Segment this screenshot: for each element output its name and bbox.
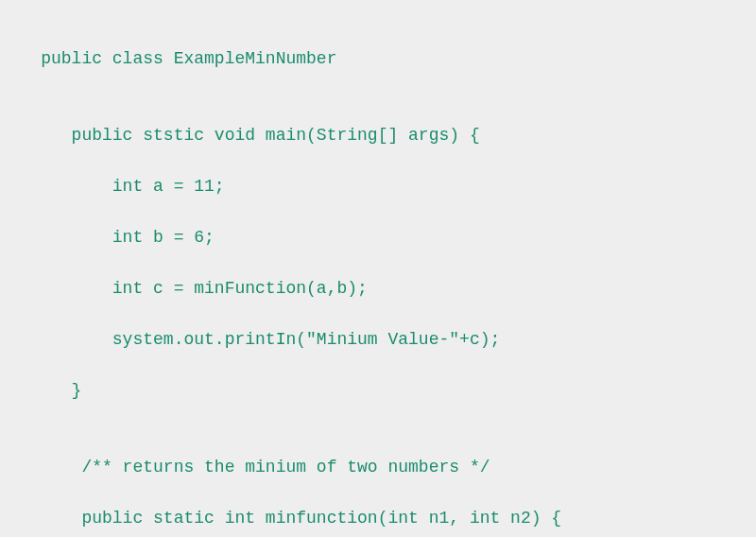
code-line: system.out.printIn("Minium Value-"+c);: [0, 327, 756, 353]
code-line: int a = 11;: [0, 174, 756, 199]
code-line: public class ExampleMinNumber: [0, 46, 756, 72]
code-line: int c = minFunction(a,b);: [0, 276, 756, 302]
code-line: public static int minfunction(int n1, in…: [0, 506, 756, 531]
code-line: int b = 6;: [0, 225, 756, 251]
code-line: }: [0, 378, 756, 404]
code-block: public class ExampleMinNumber public sts…: [0, 21, 756, 537]
code-line: /** returns the minium of two numbers */: [0, 455, 756, 480]
code-line: public ststic void main(String[] args) {: [0, 123, 756, 148]
